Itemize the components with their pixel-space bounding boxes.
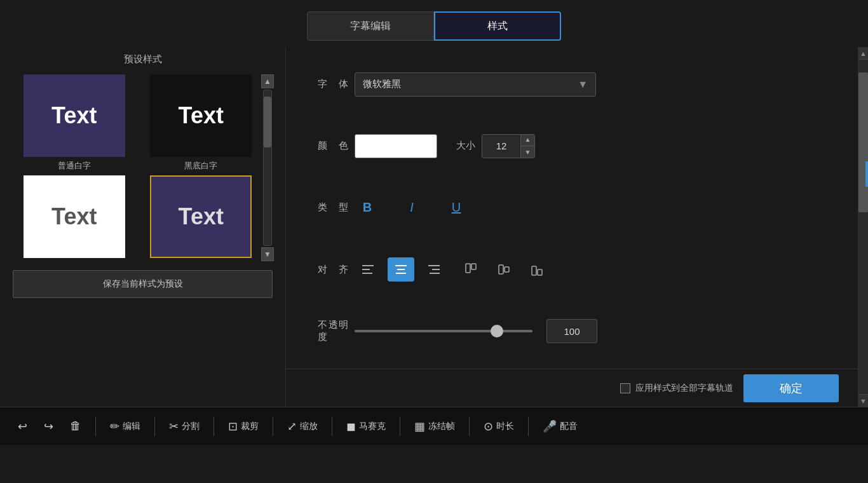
- toolbar-freeze-button[interactable]: ▦ 冻结帧: [409, 416, 460, 437]
- preset-grid-container: Text 普通白字 Text 黑底白字: [13, 74, 273, 261]
- audio-label: 配音: [560, 421, 578, 432]
- divider-5: [332, 417, 332, 436]
- bold-button[interactable]: B: [355, 196, 380, 220]
- scrollbar-accent: [865, 161, 868, 187]
- align-center-button[interactable]: [388, 257, 414, 282]
- scroll-track: [263, 90, 272, 246]
- preset-thumb-4: Text: [150, 175, 252, 258]
- svg-rect-12: [505, 267, 509, 272]
- align-row: 对齐: [318, 257, 832, 282]
- toolbar-undo-button[interactable]: ↩: [13, 416, 32, 437]
- preset-item-4[interactable]: Text: [140, 175, 263, 261]
- opacity-row: 不透明度: [318, 319, 832, 343]
- tab-style[interactable]: 样式: [434, 11, 561, 41]
- scrollbar-up-arrow[interactable]: ▲: [858, 47, 868, 60]
- toolbar-edit-button[interactable]: ✏ 编辑: [105, 416, 146, 437]
- edit-label: 编辑: [123, 421, 140, 432]
- color-size-row: 颜色 大小 ▲ ▼: [318, 134, 832, 158]
- font-label: 字体: [318, 78, 348, 90]
- align-vertical-top-button[interactable]: [458, 257, 484, 282]
- crop-label: 裁剪: [241, 421, 259, 432]
- svg-rect-13: [532, 266, 536, 275]
- left-panel: 预设样式 Text 普通白字 Text: [0, 47, 286, 407]
- toolbar-duration-button[interactable]: ⊙ 时长: [478, 416, 519, 437]
- preset-text-1: Text: [51, 102, 97, 129]
- align-label: 对齐: [318, 264, 348, 276]
- redo-icon: ↪: [44, 419, 53, 433]
- font-dropdown-arrow: ▼: [578, 79, 588, 90]
- mosaic-label: 马赛克: [359, 421, 386, 432]
- scrollbar-thumb[interactable]: [858, 72, 868, 212]
- content-area: 预设样式 Text 普通白字 Text: [0, 47, 868, 407]
- preset-item-1[interactable]: Text 普通白字: [13, 74, 136, 172]
- preset-thumb-3: Text: [24, 175, 125, 258]
- divider-4: [273, 417, 273, 436]
- align-vertical-center-button[interactable]: [491, 257, 517, 282]
- confirm-button[interactable]: 确定: [743, 374, 839, 402]
- align-right-button[interactable]: [421, 257, 447, 282]
- apply-all-checkbox[interactable]: [620, 383, 630, 393]
- undo-icon: ↩: [18, 419, 27, 433]
- color-label: 颜色: [318, 140, 348, 152]
- tab-subtitle-edit[interactable]: 字幕编辑: [307, 11, 434, 41]
- bottom-area: 应用样式到全部字幕轨道 确定: [286, 369, 858, 407]
- size-input[interactable]: [482, 140, 520, 151]
- size-up-button[interactable]: ▲: [520, 134, 534, 147]
- color-picker[interactable]: [355, 134, 437, 158]
- align-vertical-bottom-button[interactable]: [524, 257, 550, 282]
- bottom-toolbar: ↩ ↪ 🗑 ✏ 编辑 ✂ 分割 ⊡ 裁剪 ⤢ 缩放 ◼ 马赛克: [0, 407, 868, 445]
- edit-icon: ✏: [110, 419, 119, 433]
- size-down-button[interactable]: ▼: [520, 146, 534, 158]
- toolbar-audio-button[interactable]: 🎤 配音: [538, 416, 583, 437]
- size-input-wrap: ▲ ▼: [482, 134, 535, 158]
- crop-icon: ⊡: [228, 419, 238, 433]
- size-arrows: ▲ ▼: [520, 134, 534, 158]
- toolbar-split-button[interactable]: ✂ 分割: [164, 416, 205, 437]
- font-value: 微软雅黑: [363, 78, 401, 90]
- divider-7: [469, 417, 470, 436]
- italic-button[interactable]: I: [399, 196, 424, 220]
- freeze-icon: ▦: [414, 419, 425, 433]
- preset-text-4: Text: [179, 203, 224, 230]
- opacity-slider[interactable]: [355, 325, 532, 337]
- preset-item-3[interactable]: Text: [13, 175, 136, 261]
- opacity-thumb[interactable]: [491, 325, 503, 337]
- mosaic-icon: ◼: [346, 419, 356, 433]
- preset-thumb-2: Text: [150, 74, 252, 157]
- opacity-input[interactable]: [553, 326, 591, 337]
- split-label: 分割: [182, 421, 200, 432]
- toolbar-delete-button[interactable]: 🗑: [65, 416, 86, 437]
- tab-bar: 字幕编辑 样式: [0, 0, 868, 47]
- divider-8: [528, 417, 529, 436]
- svg-rect-9: [466, 264, 470, 273]
- toolbar-scale-button[interactable]: ⤢ 缩放: [282, 416, 323, 437]
- scale-label: 缩放: [300, 421, 318, 432]
- toolbar-crop-button[interactable]: ⊡ 裁剪: [223, 416, 264, 437]
- svg-rect-10: [471, 264, 476, 269]
- scroll-thumb[interactable]: [264, 97, 271, 147]
- scroll-up-arrow[interactable]: ▲: [261, 74, 274, 88]
- freeze-label: 冻结帧: [428, 421, 455, 432]
- size-label: 大小: [456, 140, 475, 152]
- type-row: 类型 B I U: [318, 196, 832, 220]
- preset-grid: Text 普通白字 Text 黑底白字: [13, 74, 262, 261]
- scale-icon: ⤢: [287, 419, 297, 433]
- duration-label: 时长: [496, 421, 514, 432]
- right-panel: 字体 微软雅黑 ▼ 颜色 大小 ▲ ▼: [286, 47, 858, 407]
- font-row: 字体 微软雅黑 ▼: [318, 72, 832, 97]
- save-preset-button[interactable]: 保存当前样式为预设: [13, 270, 273, 298]
- split-icon: ✂: [169, 419, 179, 433]
- toolbar-redo-button[interactable]: ↪: [39, 416, 58, 437]
- scroll-down-arrow[interactable]: ▼: [261, 247, 274, 261]
- toolbar-mosaic-button[interactable]: ◼ 马赛克: [341, 416, 391, 437]
- underline-button[interactable]: U: [444, 196, 469, 220]
- font-dropdown[interactable]: 微软雅黑 ▼: [355, 72, 596, 97]
- opacity-label: 不透明度: [318, 319, 348, 343]
- preset-item-2[interactable]: Text 黑底白字: [140, 74, 263, 172]
- right-scrollbar: ▲ ▼: [858, 47, 868, 407]
- divider-6: [400, 417, 400, 436]
- opacity-input-wrap: [546, 319, 597, 343]
- mic-icon: 🎤: [543, 419, 557, 433]
- scrollbar-down-arrow[interactable]: ▼: [858, 394, 868, 407]
- align-left-button[interactable]: [355, 257, 381, 282]
